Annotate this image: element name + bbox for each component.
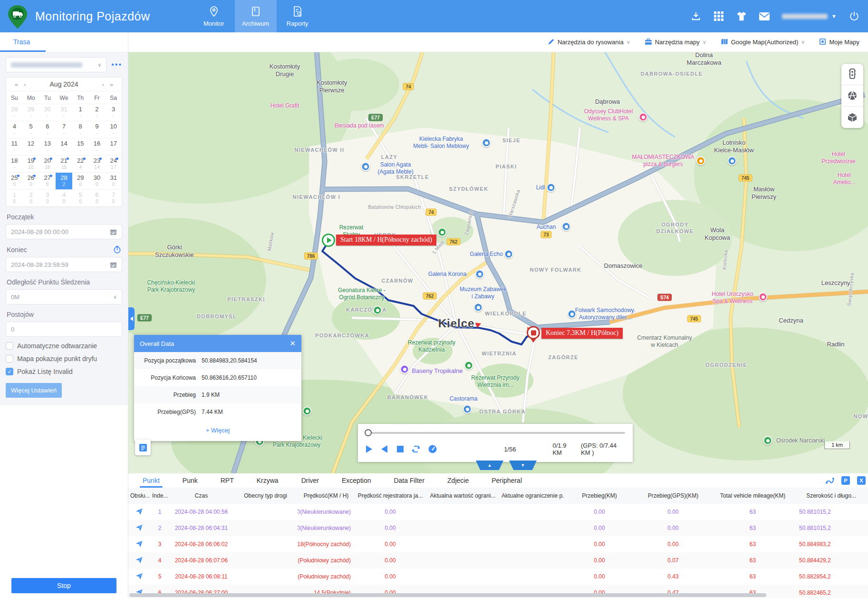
column-header[interactable]: Aktualna wartość ograni... xyxy=(426,492,500,499)
nav-item-monitor[interactable]: Monitor xyxy=(193,0,235,32)
checkbox-row[interactable]: Mapa pokazuje punkt dryfu xyxy=(6,355,122,363)
calendar-day[interactable]: 14- xyxy=(56,138,72,155)
calendar-day[interactable]: 70 xyxy=(105,189,122,206)
tracking-distance-select[interactable]: 0M ∨ xyxy=(6,289,122,304)
slider-knob[interactable] xyxy=(365,429,372,436)
calendar-day[interactable]: 6- xyxy=(39,121,56,138)
tab-krzywa[interactable]: Krzywa xyxy=(245,473,290,488)
stop-icon[interactable] xyxy=(396,444,404,454)
column-header[interactable]: Total vehicle mileage(KM) xyxy=(711,492,794,499)
collapse-down-icon[interactable]: ▼ xyxy=(509,461,537,470)
map[interactable]: Kostomłoty DrugieKostomłoty PierwszeDoli… xyxy=(128,32,868,473)
calendar-day[interactable]: 50 xyxy=(72,189,89,206)
calendar-day[interactable]: 7- xyxy=(56,121,72,138)
table-row[interactable]: 22024-08-28 06:04:310(Nieukierunkowane)0… xyxy=(128,520,868,536)
close-icon[interactable]: ✕ xyxy=(289,339,296,348)
calendar-day[interactable]: 31- xyxy=(56,104,72,121)
calendar-day[interactable]: 2417 xyxy=(105,155,122,172)
calendar-next-year-icon[interactable]: » xyxy=(107,81,116,88)
calendar-day[interactable]: 15- xyxy=(72,138,89,155)
calendar-day[interactable]: 290 xyxy=(72,172,89,189)
calendar-day[interactable]: 250 xyxy=(6,172,23,189)
calendar-day[interactable]: 18- xyxy=(6,155,23,172)
column-header[interactable]: Obsłu... xyxy=(128,492,150,499)
timer-icon[interactable] xyxy=(113,245,121,254)
calendar-prev-year-icon[interactable]: « xyxy=(12,81,21,88)
calendar-day[interactable]: 12- xyxy=(23,138,39,155)
end-datetime-input[interactable]: 2024-08-28 23:59:59 xyxy=(6,257,122,272)
table-row[interactable]: 12024-08-28 04:00:560(Nieukierunkowane)0… xyxy=(128,504,868,520)
tab-trasa[interactable]: Trasa xyxy=(0,32,30,46)
tab-rpt[interactable]: RPT xyxy=(209,473,245,488)
cube-3d-icon[interactable] xyxy=(841,107,863,128)
calendar-day[interactable]: 11- xyxy=(6,138,23,155)
user-menu[interactable]: ▼ xyxy=(782,13,837,19)
column-header[interactable]: Prędkość(KM / H) xyxy=(298,492,355,499)
speed-gauge-icon[interactable] xyxy=(428,444,437,454)
nav-item-raporty[interactable]: Raporty xyxy=(277,0,318,32)
column-header[interactable]: Aktualne ograniczenie p... xyxy=(500,492,564,499)
calendar-day[interactable]: 8- xyxy=(72,121,89,138)
map-tool-map[interactable]: Google Map(Authorized)∨ xyxy=(721,38,805,47)
export-pdf-icon[interactable]: P xyxy=(841,476,850,485)
map-tool-square-map[interactable]: Moje Mapy xyxy=(819,38,859,47)
calendar-day[interactable]: 4- xyxy=(6,121,23,138)
shirt-icon[interactable] xyxy=(736,11,747,21)
tab-peripheral[interactable]: Peripheral xyxy=(480,473,533,488)
reverse-play-icon[interactable] xyxy=(380,444,389,454)
calendar-day[interactable]: 3- xyxy=(105,104,122,121)
calendar-day[interactable]: 1910 xyxy=(23,155,39,172)
more-options-icon[interactable]: ••• xyxy=(111,60,122,69)
more-settings-button[interactable]: Więcej Ustawień xyxy=(6,383,62,398)
stop-button[interactable]: Stop xyxy=(11,578,116,593)
table-row[interactable]: 52024-08-28 06:08:110.8(Południowy zachó… xyxy=(128,569,868,585)
calendar-day[interactable]: 13- xyxy=(39,138,56,155)
column-header[interactable]: Przebieg(GPS)(KM) xyxy=(635,492,711,499)
start-datetime-input[interactable]: 2024-08-28 00:00:00 xyxy=(6,224,122,239)
vehicle-select[interactable]: ∨ xyxy=(6,57,106,72)
calendar-day[interactable]: 2- xyxy=(89,104,106,121)
sidebar-collapse-handle[interactable] xyxy=(128,307,135,330)
traffic-light-icon[interactable] xyxy=(841,64,863,85)
checkbox-checked[interactable]: ✓ xyxy=(6,368,13,375)
checkbox-unchecked[interactable] xyxy=(6,355,13,363)
send-plane-icon[interactable] xyxy=(128,540,150,549)
map-tool-briefcase[interactable]: Narzędzia mapy∨ xyxy=(645,38,706,47)
checkbox-row[interactable]: ✓Pokaż Listę Invalid xyxy=(6,368,122,375)
calendar-day-selected[interactable]: 282 xyxy=(56,172,72,189)
send-plane-icon[interactable] xyxy=(128,556,150,565)
calendar-day[interactable]: 30 xyxy=(39,189,56,206)
tab-punk[interactable]: Punk xyxy=(171,473,209,488)
column-header[interactable]: Czas xyxy=(169,492,233,499)
calendar-day[interactable]: 17- xyxy=(105,138,122,155)
calendar-next-month-icon[interactable]: › xyxy=(99,81,106,88)
playback-slider[interactable] xyxy=(365,429,626,436)
map-tool-pencil[interactable]: Narzędzia do rysowania∨ xyxy=(548,38,630,47)
horizontal-scrollbar[interactable] xyxy=(129,593,766,597)
route-export-icon[interactable] xyxy=(825,476,835,485)
overall-more-link[interactable]: + Więcej xyxy=(134,421,301,441)
calendar-prev-month-icon[interactable]: ‹ xyxy=(21,81,29,88)
table-row[interactable]: 42024-08-28 06:07:065.7(Południowy zachó… xyxy=(128,552,868,569)
swap-icon[interactable] xyxy=(411,444,421,454)
checkbox-unchecked[interactable] xyxy=(6,342,13,350)
tab-zdjecie[interactable]: Zdjecie xyxy=(436,473,480,488)
stops-input[interactable]: 0 xyxy=(6,322,122,337)
calendar-day[interactable]: 2018 xyxy=(39,155,56,172)
globe-icon[interactable] xyxy=(841,85,863,107)
calendar-day[interactable]: 224 xyxy=(72,155,89,172)
route-end-marker[interactable] xyxy=(527,326,540,339)
calendar-day[interactable]: 2314 xyxy=(89,155,106,172)
calendar-day[interactable]: 9- xyxy=(89,121,106,138)
send-plane-icon[interactable] xyxy=(128,524,150,533)
calendar-day[interactable]: 1- xyxy=(72,104,89,121)
table-row[interactable]: 32024-08-28 06:06:0218(Północny zachód)0… xyxy=(128,536,868,552)
calendar-day[interactable]: 278 xyxy=(39,172,56,189)
expand-up-icon[interactable]: ▲ xyxy=(476,461,503,470)
checkbox-row[interactable]: Automatyczne odtwarzanie xyxy=(6,342,122,350)
calendar-day[interactable]: 5- xyxy=(23,121,39,138)
column-header[interactable]: Inde... xyxy=(150,492,169,499)
column-header[interactable]: Obecny typ drogi xyxy=(233,492,298,499)
calendar-day[interactable]: 28- xyxy=(6,104,23,121)
export-excel-icon[interactable]: X xyxy=(857,476,866,485)
